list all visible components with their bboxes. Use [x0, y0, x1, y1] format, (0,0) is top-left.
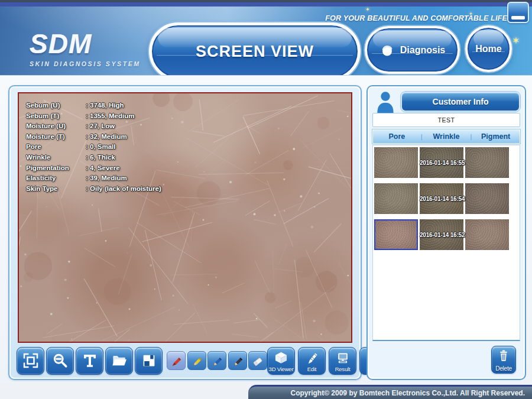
fullscreen-button[interactable]	[17, 347, 44, 375]
analysis-value: : 39, Medium	[86, 173, 127, 184]
open-folder-icon	[111, 352, 128, 369]
analysis-label: Moisture (U)	[26, 121, 86, 132]
session-row: 2016-01-14 16:54	[374, 183, 518, 214]
session-row: 2016-01-14 16:55	[374, 147, 518, 178]
result-button[interactable]: Result	[329, 347, 356, 375]
thumbnail[interactable]	[374, 147, 418, 178]
analysis-value: : 6, Thick	[86, 153, 115, 163]
skin-capture-image[interactable]: Sebum (U): 3748, HighSebum (T): 1355, Me…	[18, 92, 352, 343]
timestamp-overlay: 2016-01-14 16:52	[420, 232, 465, 238]
analysis-row: Elasticity: 39, Medium	[26, 173, 161, 184]
analysis-label: Sebum (T)	[26, 111, 86, 122]
timestamp-overlay: 2016-01-14 16:55	[420, 160, 465, 166]
customer-info-label: Customer Info	[433, 97, 489, 106]
screen-view-label: SCREEN VIEW	[196, 43, 314, 61]
analysis-label: Elasticity	[26, 173, 86, 184]
analysis-row: Sebum (T): 1355, Medium	[26, 111, 161, 122]
save-icon	[140, 352, 158, 369]
logo-title: SDM	[30, 30, 141, 57]
zoom-out-button[interactable]	[46, 347, 74, 375]
session-row: 2016-01-14 16:52	[374, 219, 518, 250]
timestamp-overlay: 2016-01-14 16:54	[420, 196, 465, 202]
minimize-window-button[interactable]	[507, 2, 529, 23]
footer-bar: Copyright© 2009 by Bomtech Electronics C…	[248, 385, 532, 399]
text-tool-icon	[81, 352, 99, 369]
monitor-icon	[335, 351, 351, 366]
black-pencil-button[interactable]	[228, 351, 247, 370]
analysis-row: Pore: 0, Small	[26, 142, 161, 153]
analysis-label: Wrinkle	[26, 153, 86, 163]
save-button[interactable]	[135, 347, 163, 375]
3d-viewer-button[interactable]: 3D Viewer	[267, 347, 295, 375]
3d-viewer-label: 3D Viewer	[268, 366, 294, 372]
cube-3d-icon	[273, 351, 289, 366]
thumbnail[interactable]	[374, 183, 418, 214]
copyright-text: Copyright© 2009 by Bomtech Electronics C…	[291, 389, 525, 397]
home-label: Home	[475, 44, 501, 54]
analysis-value: : 32, Medium	[86, 132, 127, 142]
session-list: 2016-01-14 16:552016-01-14 16:542016-01-…	[372, 145, 520, 341]
logo-subtitle: SKIN DIAGNOSIS SYSTEM	[30, 60, 141, 67]
analysis-label: Skin Type	[26, 184, 86, 194]
tab-wrinkle[interactable]: Wrinkle	[423, 132, 471, 141]
analysis-value: : 27, Low	[86, 121, 115, 132]
home-button[interactable]: Home	[465, 25, 512, 72]
blue-pencil-button[interactable]	[207, 351, 226, 370]
analysis-row: Skin Type: Oily (lack of moisture)	[26, 184, 161, 194]
thumbnail[interactable]	[465, 183, 509, 214]
image-toolbar: 3D Viewer Edit	[17, 346, 355, 375]
delete-button[interactable]: Delete	[491, 346, 516, 374]
viewer-panel: Sebum (U): 3748, HighSebum (T): 1355, Me…	[8, 85, 362, 380]
pen-tool-group	[167, 351, 267, 370]
sparkle-decoration: ✶	[512, 35, 520, 46]
customer-info-button[interactable]: Customer Info	[401, 92, 520, 112]
edit-pencil-icon	[304, 351, 320, 366]
open-folder-button[interactable]	[105, 347, 133, 375]
thumbnail-selected[interactable]	[374, 219, 418, 250]
result-label: Result	[329, 366, 356, 372]
analysis-label: Moisture (T)	[26, 132, 86, 142]
analysis-row: Sebum (U): 3748, High	[26, 100, 161, 111]
edit-label: Edit	[299, 366, 325, 372]
analysis-row: Wrinkle: 6, Thick	[26, 153, 161, 163]
analysis-row: Moisture (U): 27, Low	[26, 121, 161, 132]
analysis-label: Pore	[26, 142, 86, 153]
thumb-tabs: Pore|Wrinkle|Pigment	[372, 129, 520, 144]
analysis-label: Pigmentation	[26, 163, 86, 174]
analysis-value: : 3748, High	[86, 100, 124, 111]
analysis-value: : 0, Small	[86, 142, 116, 153]
tab-pore[interactable]: Pore	[373, 132, 421, 141]
tagline: FOR YOUR BEAUTIFUL AND COMFORTABLE LIFE	[325, 14, 507, 22]
delete-label: Delete	[492, 365, 515, 372]
sparkle-decoration: ✦	[365, 7, 370, 12]
tab-pigment[interactable]: Pigment	[472, 132, 520, 141]
analysis-row: Moisture (T): 32, Medium	[26, 132, 161, 142]
diagnosis-button[interactable]: Diagnosis	[365, 26, 460, 74]
text-tool-button[interactable]	[76, 347, 103, 375]
analysis-label: Sebum (U)	[26, 100, 86, 111]
analysis-value: : Oily (lack of moisture)	[86, 184, 161, 194]
app-header: SDM SKIN DIAGNOSIS SYSTEM SCREEN VIEW FO…	[0, 0, 532, 75]
analysis-row: Pigmentation: 4, Severe	[26, 163, 161, 174]
yellow-pencil-button[interactable]	[187, 351, 206, 370]
person-icon	[374, 89, 397, 115]
eraser-button[interactable]	[248, 351, 267, 370]
customer-name-field: TEST	[372, 113, 520, 127]
accent-strip	[0, 2, 532, 7]
app-footer: Copyright© 2009 by Bomtech Electronics C…	[0, 383, 532, 399]
diagnosis-label: Diagnosis	[400, 45, 445, 56]
edit-button[interactable]: Edit	[298, 347, 326, 375]
analysis-value: : 4, Severe	[86, 163, 120, 174]
thumbnail[interactable]	[465, 147, 509, 178]
analysis-value: : 1355, Medium	[86, 111, 134, 122]
customer-panel: Customer Info TEST Pore|Wrinkle|Pigment …	[366, 85, 526, 380]
customer-name: TEST	[438, 116, 455, 124]
screen-view-button[interactable]: SCREEN VIEW	[149, 22, 361, 75]
red-pen-button[interactable]	[167, 351, 186, 370]
face-icon	[379, 43, 395, 58]
fullscreen-icon	[22, 352, 40, 369]
trash-icon	[497, 349, 511, 363]
thumbnail[interactable]	[465, 219, 509, 250]
main-content: Sebum (U): 3748, HighSebum (T): 1355, Me…	[0, 75, 532, 384]
zoom-out-icon	[51, 352, 69, 369]
